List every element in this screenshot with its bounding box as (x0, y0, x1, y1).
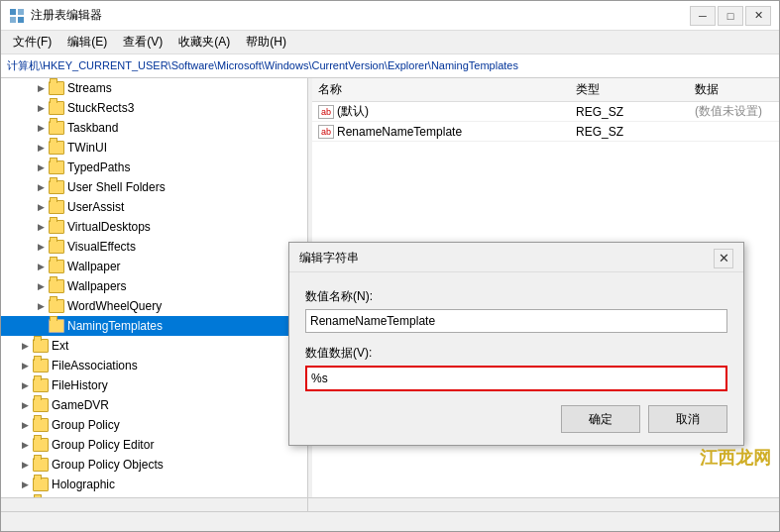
titlebar: 注册表编辑器 ─ □ ✕ (1, 1, 779, 31)
tree-label: User Shell Folders (67, 180, 166, 194)
row-name-label: (默认) (337, 103, 369, 120)
tree-item-fileAssociations[interactable]: ▶ FileAssociations (1, 356, 307, 375)
expand-icon: ▶ (33, 298, 49, 314)
menu-edit[interactable]: 编辑(E) (59, 32, 115, 53)
tree-label: Holographic (52, 478, 115, 491)
folder-icon (49, 180, 64, 194)
maximize-button[interactable]: □ (718, 6, 743, 26)
folder-icon (49, 200, 64, 214)
dialog-titlebar: 编辑字符串 ✕ (289, 243, 743, 272)
tree-label: UserAssist (67, 200, 124, 214)
expand-icon: ▶ (17, 397, 33, 413)
tree-item-wallpapers[interactable]: ▶ Wallpapers (1, 276, 307, 296)
tree-item-groupPolicyObjects[interactable]: ▶ Group Policy Objects (1, 455, 307, 475)
expand-icon: ▶ (33, 179, 49, 195)
tree-item-taskband[interactable]: ▶ Taskband (1, 118, 307, 138)
expand-icon: ▶ (17, 477, 33, 492)
tree-label: FileHistory (52, 378, 108, 392)
col-header-type: 类型 (570, 81, 689, 98)
folder-icon (49, 260, 64, 273)
field-name-input[interactable] (305, 309, 727, 333)
tree-item-virtualDesktops[interactable]: ▶ VirtualDesktops (1, 217, 307, 237)
folder-icon (49, 81, 64, 95)
edit-string-dialog: 编辑字符串 ✕ 数值名称(N): 数值数据(V): 确定 取消 (288, 242, 744, 446)
expand-icon: ▶ (17, 417, 33, 433)
tree-label: Ext (52, 339, 68, 353)
tree-item-streams[interactable]: ▶ Streams (1, 78, 307, 98)
cell-name-rename: ab RenameNameTemplate (312, 125, 570, 139)
svg-rect-3 (18, 17, 24, 23)
expand-icon: ▶ (33, 219, 49, 235)
tree-item-holographic[interactable]: ▶ Holographic (1, 475, 307, 494)
menubar: 文件(F) 编辑(E) 查看(V) 收藏夹(A) 帮助(H) (1, 31, 779, 54)
dialog-close-button[interactable]: ✕ (714, 249, 733, 268)
folder-icon (49, 160, 64, 174)
folder-icon (49, 121, 64, 135)
window-controls: ─ □ ✕ (690, 6, 771, 26)
tree-label: Streams (67, 81, 112, 95)
tree-label: Group Policy Editor (52, 438, 154, 452)
address-path: 计算机\HKEY_CURRENT_USER\Software\Microsoft… (7, 58, 518, 73)
tree-item-userAssist[interactable]: ▶ UserAssist (1, 197, 307, 217)
expand-icon: ▶ (33, 278, 49, 294)
folder-icon (33, 378, 49, 392)
menu-help[interactable]: 帮助(H) (238, 32, 294, 53)
folder-icon (49, 299, 64, 313)
menu-view[interactable]: 查看(V) (115, 32, 170, 53)
tree-item-wordWheelQuery[interactable]: ▶ WordWheelQuery (1, 296, 307, 316)
minimize-button[interactable]: ─ (690, 6, 716, 26)
dialog-ok-button[interactable]: 确定 (561, 405, 640, 433)
dialog-cancel-button[interactable]: 取消 (648, 405, 727, 433)
tree-item-groupPolicy[interactable]: ▶ Group Policy (1, 415, 307, 435)
tree-item-twinui[interactable]: ▶ TWinUI (1, 138, 307, 158)
expand-icon: ▶ (33, 140, 49, 156)
expand-icon: ▶ (17, 377, 33, 393)
menu-favorites[interactable]: 收藏夹(A) (170, 32, 238, 53)
close-button[interactable]: ✕ (745, 6, 771, 26)
field-data-input[interactable] (305, 366, 727, 391)
dialog-buttons: 确定 取消 (305, 405, 727, 433)
expand-icon: ▶ (33, 160, 49, 175)
folder-icon (49, 319, 64, 333)
tree-label: Wallpaper (67, 260, 121, 273)
table-header: 名称 类型 数据 (312, 78, 779, 102)
expand-icon (33, 318, 49, 334)
tree-item-gameDVR[interactable]: ▶ GameDVR (1, 395, 307, 415)
field-data-label: 数值数据(V): (305, 345, 727, 362)
folder-icon (33, 458, 49, 472)
tree-label: FileAssociations (52, 359, 138, 372)
cell-type-default: REG_SZ (570, 105, 689, 119)
tree-item-userShellFolders[interactable]: ▶ User Shell Folders (1, 177, 307, 197)
tree-label: TypedPaths (67, 160, 130, 174)
table-row[interactable]: ab (默认) REG_SZ (数值未设置) (312, 102, 779, 122)
cell-data-default: (数值未设置) (689, 103, 779, 120)
tree-panel[interactable]: ▶ Streams ▶ StuckRects3 ▶ Taskband (1, 78, 308, 497)
tree-item-wallpaper[interactable]: ▶ Wallpaper (1, 257, 307, 276)
tree-label: VisualEffects (67, 240, 136, 254)
tree-label: NamingTemplates (67, 319, 163, 333)
left-hscroll[interactable] (1, 498, 308, 511)
registry-value-icon: ab (318, 125, 334, 139)
tree-item-visualEffects[interactable]: ▶ VisualEffects (1, 237, 307, 257)
right-hscroll[interactable] (308, 498, 779, 511)
tree-item-fileHistory[interactable]: ▶ FileHistory (1, 375, 307, 395)
tree-item-typedPaths[interactable]: ▶ TypedPaths (1, 158, 307, 177)
folder-icon (49, 220, 64, 234)
tree-item-stuckRects3[interactable]: ▶ StuckRects3 (1, 98, 307, 118)
window-title: 注册表编辑器 (31, 7, 690, 24)
tree-label: WordWheelQuery (67, 299, 162, 313)
tree-item-groupPolicyEditor[interactable]: ▶ Group Policy Editor (1, 435, 307, 455)
expand-icon: ▶ (33, 100, 49, 116)
table-row[interactable]: ab RenameNameTemplate REG_SZ (312, 122, 779, 142)
tree-item-ime[interactable]: ▶ ime (1, 494, 307, 497)
expand-icon: ▶ (33, 259, 49, 274)
menu-file[interactable]: 文件(F) (5, 32, 59, 53)
folder-icon (33, 418, 49, 432)
expand-icon: ▶ (17, 437, 33, 453)
tree-item-ext[interactable]: ▶ Ext (1, 336, 307, 356)
expand-icon: ▶ (33, 80, 49, 96)
field-name-label: 数值名称(N): (305, 288, 727, 305)
tree-item-namingTemplates[interactable]: NamingTemplates (1, 316, 307, 336)
cell-type-rename: REG_SZ (570, 125, 689, 139)
tree-label: Taskband (67, 121, 118, 135)
